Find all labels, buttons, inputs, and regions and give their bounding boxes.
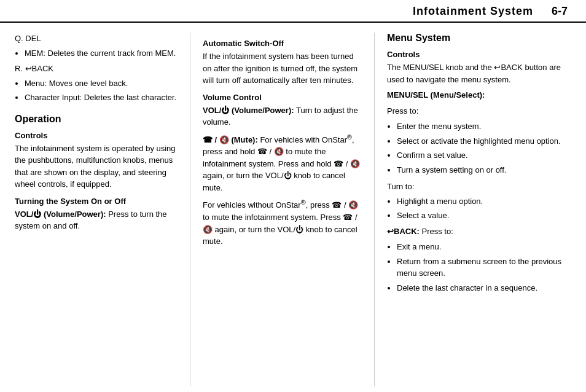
turning-heading: Turning the System On or Off	[15, 197, 180, 206]
volume-heading: Volume Control	[203, 93, 364, 102]
page-container: Infotainment System 6-7 Q. DEL MEM: Dele…	[0, 0, 586, 392]
controls-text-right: The MENU/SEL knob and the ↩BACK button a…	[387, 61, 574, 85]
r-label: R. ↩BACK	[15, 63, 180, 75]
controls-text-left: The infotainment system is operated by u…	[15, 143, 180, 190]
r-list: Menu: Moves one level back. Character In…	[25, 77, 180, 104]
right-column: Menu System Controls The MENU/SEL knob a…	[375, 33, 586, 386]
r-item-2: Character Input: Deletes the last charac…	[25, 92, 180, 104]
left-column: Q. DEL MEM: Deletes the current track fr…	[0, 33, 190, 386]
vol-bold: VOL/⏻ (Volume/Power):	[203, 106, 294, 115]
turn-item-2: Select a value.	[397, 210, 574, 222]
operation-heading: Operation	[15, 114, 180, 125]
menusel-bold: MENU/SEL (Menu/Select):	[387, 90, 485, 100]
menusel-intro: Press to:	[387, 105, 574, 117]
mute-bold: ☎ / 🔇 (Mute):	[203, 135, 258, 144]
back-intro-line: ↩BACK: Press to:	[387, 225, 574, 238]
menusel-line: MENU/SEL (Menu/Select):	[387, 89, 574, 101]
menusel-list: Enter the menu system. Select or activat…	[397, 120, 574, 176]
back-item-3: Delete the last character in a sequence.	[397, 282, 574, 294]
controls-heading-left: Controls	[15, 131, 180, 140]
page-header: Infotainment System 6-7	[0, 0, 586, 23]
middle-column: Automatic Switch-Off If the infotainment…	[190, 33, 375, 386]
auto-heading: Automatic Switch-Off	[203, 39, 364, 48]
back-section: ↩BACK: Press to: Exit a menu. Return fro…	[387, 225, 574, 294]
menusel-item-4: Turn a system setting on or off.	[397, 164, 574, 176]
back-bold: ↩BACK:	[387, 227, 420, 236]
menusel-item-2: Select or activate the highlighted menu …	[397, 135, 574, 147]
menu-heading: Menu System	[387, 33, 574, 44]
main-content: Q. DEL MEM: Deletes the current track fr…	[0, 23, 586, 386]
turn-item-1: Highlight a menu option.	[397, 195, 574, 208]
auto-text: If the infotainment system has been turn…	[203, 50, 364, 87]
back-list: Exit a menu. Return from a submenu scree…	[397, 241, 574, 294]
vol-text: VOL/⏻ (Volume/Power): Turn to adjust the…	[203, 104, 364, 128]
header-page: 6-7	[552, 5, 568, 18]
back-intro: Press to:	[420, 227, 453, 236]
mute-text: ☎ / 🔇 (Mute): For vehicles with OnStar®,…	[203, 132, 364, 194]
turning-text: VOL/⏻ (Volume/Power): Press to turn the …	[15, 208, 180, 232]
back-item-1: Exit a menu.	[397, 241, 574, 253]
turn-to: Turn to:	[387, 181, 574, 193]
header-title: Infotainment System	[413, 5, 533, 18]
q-list: MEM: Deletes the current track from MEM.	[25, 47, 180, 60]
menusel-item-3: Confirm a set value.	[397, 149, 574, 162]
menusel-item-1: Enter the menu system.	[397, 120, 574, 133]
controls-heading-right: Controls	[387, 50, 574, 59]
r-item-1: Menu: Moves one level back.	[25, 77, 180, 90]
q-item-1: MEM: Deletes the current track from MEM.	[25, 47, 180, 60]
turn-list: Highlight a menu option. Select a value.	[397, 195, 574, 222]
turning-bold: VOL/⏻ (Volume/Power):	[15, 210, 106, 219]
q-label: Q. DEL	[15, 33, 180, 45]
back-item-2: Return from a submenu screen to the prev…	[397, 256, 574, 280]
mute2-text: For vehicles without OnStar®, press ☎ / …	[203, 197, 364, 247]
